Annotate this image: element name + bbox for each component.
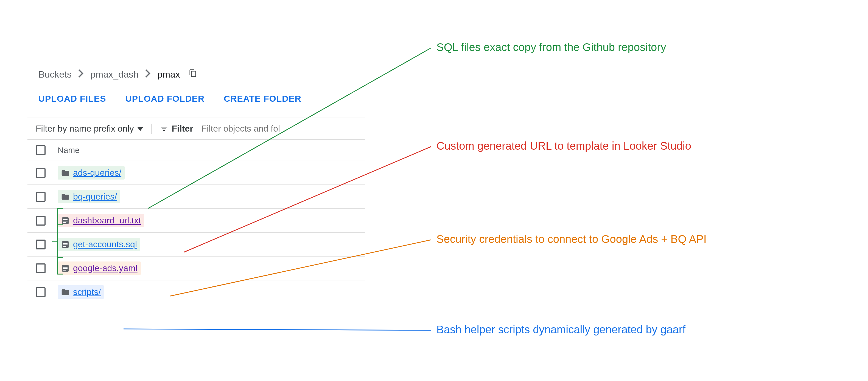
svg-line-15 — [124, 329, 431, 330]
chevron-right-icon — [145, 69, 151, 79]
item-link[interactable]: ads-queries/ — [73, 168, 121, 178]
svg-rect-3 — [63, 222, 66, 223]
item-bq-queries: bq-queries/ — [58, 190, 120, 203]
table-row: dashboard_url.txt — [27, 209, 365, 233]
row-checkbox[interactable] — [36, 287, 45, 297]
action-bar: UPLOAD FILES UPLOAD FOLDER CREATE FOLDER — [27, 94, 365, 104]
breadcrumb: Buckets pmax_dash pmax — [27, 69, 365, 80]
svg-rect-9 — [63, 267, 67, 268]
file-icon — [61, 240, 70, 249]
svg-rect-10 — [63, 268, 67, 269]
annotation-sql: SQL files exact copy from the Github rep… — [436, 41, 666, 54]
svg-rect-6 — [63, 244, 67, 245]
filter-dropdown-label: Filter by name prefix only — [36, 124, 134, 134]
annotation-security: Security credentials to connect to Googl… — [436, 233, 707, 245]
select-all-checkbox[interactable] — [36, 145, 45, 155]
breadcrumb-mid[interactable]: pmax_dash — [90, 69, 138, 80]
row-checkbox[interactable] — [36, 240, 45, 249]
create-folder-button[interactable]: CREATE FOLDER — [224, 94, 302, 104]
svg-rect-5 — [63, 243, 67, 244]
copy-icon[interactable] — [189, 69, 197, 80]
item-link[interactable]: google-ads.yaml — [73, 263, 137, 273]
filter-input[interactable] — [202, 124, 357, 134]
folder-icon — [61, 288, 70, 297]
filter-text-label: Filter — [172, 124, 193, 134]
filter-bar: Filter by name prefix only Filter — [27, 117, 365, 140]
row-checkbox[interactable] — [36, 192, 45, 202]
table-row: get-accounts.sql — [27, 233, 365, 256]
item-link[interactable]: bq-queries/ — [73, 192, 117, 202]
filter-dropdown[interactable]: Filter by name prefix only — [36, 124, 152, 134]
table-row: bq-queries/ — [27, 185, 365, 209]
file-icon — [61, 264, 70, 273]
folder-icon — [61, 193, 70, 201]
item-link[interactable]: scripts/ — [73, 287, 101, 297]
column-header-name: Name — [58, 145, 80, 155]
table-row: google-ads.yaml — [27, 256, 365, 280]
svg-rect-11 — [63, 270, 66, 271]
chevron-right-icon — [78, 69, 84, 79]
annotation-url: Custom generated URL to template in Look… — [436, 140, 691, 152]
svg-rect-7 — [63, 246, 66, 247]
filter-button[interactable]: Filter — [160, 124, 193, 134]
breadcrumb-root[interactable]: Buckets — [38, 69, 72, 80]
svg-rect-1 — [63, 219, 67, 220]
item-scripts: scripts/ — [58, 285, 104, 299]
folder-icon — [61, 169, 70, 177]
row-checkbox[interactable] — [36, 216, 45, 226]
svg-rect-2 — [63, 221, 67, 221]
file-icon — [61, 216, 70, 225]
annotation-bash: Bash helper scripts dynamically generate… — [436, 323, 685, 336]
item-ads-queries: ads-queries/ — [58, 166, 125, 179]
item-google-ads-yaml: google-ads.yaml — [58, 262, 141, 275]
item-get-accounts: get-accounts.sql — [58, 238, 140, 251]
table-row: ads-queries/ — [27, 161, 365, 185]
row-checkbox[interactable] — [36, 264, 45, 273]
diagram-container: Buckets pmax_dash pmax UPLOAD FILES UPLO… — [0, 0, 868, 381]
item-link[interactable]: get-accounts.sql — [73, 239, 137, 249]
upload-files-button[interactable]: UPLOAD FILES — [38, 94, 106, 104]
row-checkbox[interactable] — [36, 168, 45, 178]
filter-icon — [160, 125, 168, 133]
table-row: scripts/ — [27, 280, 365, 304]
storage-browser-pane: Buckets pmax_dash pmax UPLOAD FILES UPLO… — [27, 69, 365, 304]
item-dashboard-url: dashboard_url.txt — [58, 214, 144, 227]
breadcrumb-current: pmax — [157, 69, 180, 80]
table-header: Name — [27, 140, 365, 161]
dropdown-triangle-icon — [137, 127, 144, 131]
item-link[interactable]: dashboard_url.txt — [73, 215, 141, 226]
upload-folder-button[interactable]: UPLOAD FOLDER — [125, 94, 205, 104]
